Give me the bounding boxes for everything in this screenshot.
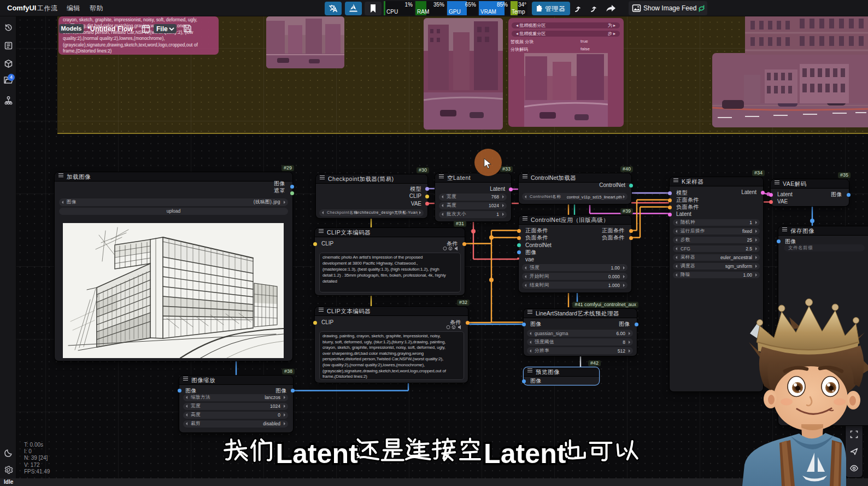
svg-text:Latent: Latent <box>275 438 358 469</box>
svg-text:Latent: Latent <box>484 438 566 469</box>
